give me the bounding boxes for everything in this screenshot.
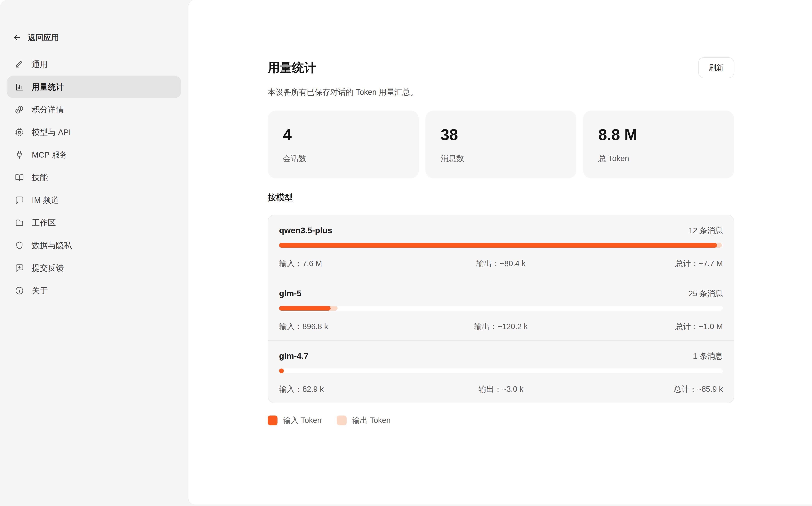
sidebar-item-models-api[interactable]: 模型与 API — [7, 121, 181, 143]
sidebar-item-label: 数据与隐私 — [32, 240, 72, 251]
stat-value: 4 — [283, 126, 403, 143]
sidebar-item-mcp[interactable]: MCP 服务 — [7, 144, 181, 166]
page-subtitle: 本设备所有已保存对话的 Token 用量汇总。 — [268, 87, 734, 97]
page-title: 用量统计 — [268, 60, 316, 75]
sidebar-item-label: 通用 — [32, 59, 48, 70]
sidebar-item-label: IM 频道 — [32, 195, 59, 205]
legend-input-token: 输入 Token — [268, 415, 321, 426]
output-token-swatch — [337, 416, 347, 425]
model-message-count: 25 条消息 — [688, 288, 723, 299]
cpu-icon — [15, 128, 24, 137]
sidebar-item-label: 工作区 — [32, 218, 56, 228]
model-row-qwen35-plus: qwen3.5-plus 12 条消息 输入：7.6 M 输出：~80.4 k … — [268, 215, 734, 278]
back-to-app-button[interactable]: 返回应用 — [7, 29, 181, 46]
arrow-left-icon — [12, 33, 21, 42]
stat-card-messages: 38 消息数 — [425, 110, 577, 178]
by-model-section-title: 按模型 — [268, 192, 734, 202]
stat-card-total-tokens: 8.8 M 总 Token — [583, 110, 734, 178]
output-tokens-stat: 输出：~120.2 k — [474, 321, 528, 332]
sidebar-item-usage-stats[interactable]: 用量统计 — [7, 76, 181, 98]
model-name: glm-4.7 — [279, 351, 308, 361]
sidebar-item-about[interactable]: 关于 — [7, 280, 181, 302]
model-row-glm-47: glm-4.7 1 条消息 输入：82.9 k 输出：~3.0 k 总计：~85… — [268, 340, 734, 403]
sidebar-item-workspace[interactable]: 工作区 — [7, 212, 181, 234]
input-token-segment — [279, 243, 717, 248]
bar-chart-icon — [15, 82, 24, 92]
refresh-button[interactable]: 刷新 — [698, 57, 734, 78]
stat-label: 总 Token — [598, 153, 719, 164]
sidebar-item-privacy[interactable]: 数据与隐私 — [7, 234, 181, 256]
input-token-segment — [279, 368, 284, 373]
model-name: qwen3.5-plus — [279, 226, 332, 235]
coins-icon — [15, 105, 24, 114]
total-tokens-stat: 总计：~1.0 M — [675, 321, 723, 332]
sidebar-nav: 通用 用量统计 积分详情 模型与 API — [7, 54, 181, 302]
token-legend: 输入 Token 输出 Token — [268, 415, 734, 426]
sidebar-item-label: 关于 — [32, 285, 48, 296]
sidebar-item-label: 提交反馈 — [32, 263, 64, 273]
input-tokens-stat: 输入：896.8 k — [279, 321, 474, 332]
token-usage-bar — [279, 243, 723, 248]
feedback-icon — [15, 263, 24, 273]
info-icon — [15, 286, 24, 295]
usage-stats-content: 用量统计 刷新 本设备所有已保存对话的 Token 用量汇总。 4 会话数 38… — [268, 0, 734, 426]
sidebar-item-label: 积分详情 — [32, 104, 64, 115]
stat-value: 38 — [441, 126, 561, 143]
sidebar-item-label: 技能 — [32, 172, 48, 183]
total-tokens-stat: 总计：~85.9 k — [674, 384, 723, 395]
settings-sidebar: 返回应用 通用 用量统计 积分详情 — [0, 0, 188, 506]
model-name: glm-5 — [279, 288, 301, 298]
model-message-count: 1 条消息 — [693, 351, 723, 361]
stat-label: 消息数 — [441, 153, 561, 164]
back-label: 返回应用 — [28, 32, 59, 43]
folder-icon — [15, 218, 24, 227]
chat-bubble-icon — [15, 195, 24, 205]
model-usage-card: qwen3.5-plus 12 条消息 输入：7.6 M 输出：~80.4 k … — [268, 215, 734, 403]
summary-cards: 4 会话数 38 消息数 8.8 M 总 Token — [268, 110, 734, 178]
book-open-icon — [15, 173, 24, 182]
input-tokens-stat: 输入：7.6 M — [279, 258, 476, 269]
sidebar-item-label: 用量统计 — [32, 82, 64, 92]
model-row-glm-5: glm-5 25 条消息 输入：896.8 k 输出：~120.2 k 总计：~… — [268, 278, 734, 340]
app-window: 返回应用 通用 用量统计 积分详情 — [0, 0, 812, 506]
output-tokens-stat: 输出：~3.0 k — [478, 384, 523, 395]
sidebar-item-label: MCP 服务 — [32, 150, 68, 160]
token-usage-bar — [279, 368, 723, 373]
stat-card-sessions: 4 会话数 — [268, 110, 419, 178]
sidebar-item-label: 模型与 API — [32, 127, 71, 138]
shield-icon — [15, 241, 24, 250]
input-token-swatch — [268, 416, 278, 425]
model-message-count: 12 条消息 — [688, 225, 723, 236]
total-tokens-stat: 总计：~7.7 M — [675, 258, 723, 269]
input-tokens-stat: 输入：82.9 k — [279, 384, 478, 395]
stat-label: 会话数 — [283, 153, 403, 164]
legend-output-token: 输出 Token — [337, 415, 391, 426]
token-usage-bar — [279, 306, 723, 311]
stat-value: 8.8 M — [598, 126, 719, 143]
sidebar-item-credits[interactable]: 积分详情 — [7, 99, 181, 120]
usage-stats-panel: 用量统计 刷新 本设备所有已保存对话的 Token 用量汇总。 4 会话数 38… — [188, 0, 812, 504]
output-tokens-stat: 输出：~80.4 k — [476, 258, 525, 269]
sidebar-item-general[interactable]: 通用 — [7, 54, 181, 75]
input-token-segment — [279, 306, 330, 311]
sidebar-item-skills[interactable]: 技能 — [7, 167, 181, 188]
page-header: 用量统计 刷新 — [268, 57, 734, 78]
plug-icon — [15, 150, 24, 160]
sidebar-item-feedback[interactable]: 提交反馈 — [7, 257, 181, 279]
sidebar-item-im-channels[interactable]: IM 频道 — [7, 189, 181, 211]
pencil-icon — [15, 60, 24, 69]
